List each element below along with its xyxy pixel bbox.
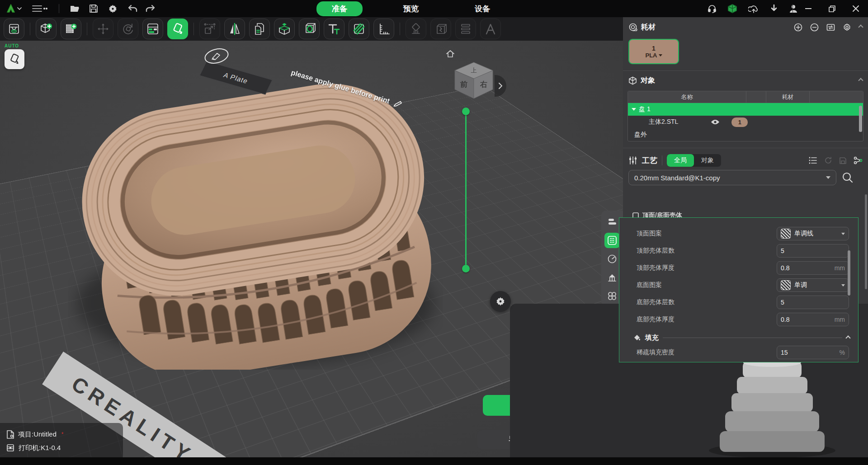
- move-button[interactable]: [93, 19, 113, 39]
- scope-object[interactable]: 对象: [694, 154, 721, 167]
- height-range-slider[interactable]: [461, 108, 470, 275]
- save-preset-icon[interactable]: [839, 157, 847, 164]
- lay-flat-button[interactable]: [167, 19, 188, 39]
- object-row-model[interactable]: 主体2.STL 1: [628, 116, 863, 128]
- plate-settings-button[interactable]: [4, 19, 24, 39]
- scale-button[interactable]: [199, 19, 220, 39]
- auto-arrange-button[interactable]: [142, 19, 163, 39]
- objects-title: 对象: [641, 76, 655, 85]
- tab-preview[interactable]: 预览: [388, 1, 434, 16]
- filament-slot-1[interactable]: 1 PLA: [628, 39, 679, 64]
- add-plate-button[interactable]: [61, 19, 81, 39]
- preset-dropdown[interactable]: 0.20mm Standard@K1-copy: [628, 170, 836, 185]
- close-button[interactable]: [844, 0, 868, 17]
- window-controls: [789, 0, 868, 17]
- reset-icon[interactable]: [824, 156, 832, 164]
- tab-prepare[interactable]: 准备: [316, 1, 363, 16]
- flyout-chevron[interactable]: [495, 75, 506, 97]
- rotate-button[interactable]: [118, 19, 138, 39]
- view-cube[interactable]: 上 前 右: [453, 61, 495, 100]
- mirror-button[interactable]: [224, 19, 245, 39]
- materials-header: 耗材: [623, 17, 868, 37]
- support-headset-icon[interactable]: [708, 4, 717, 13]
- parameter-list-icon[interactable]: [808, 156, 817, 164]
- bottom-pattern-select[interactable]: 单调: [777, 278, 849, 292]
- remove-filament-icon[interactable]: [810, 23, 819, 32]
- logo-chevron-icon[interactable]: [15, 0, 24, 17]
- tab-device[interactable]: 设备: [459, 1, 505, 16]
- mode-tabs: 准备 预览 设备: [316, 0, 505, 17]
- expand-triangle-icon[interactable]: [632, 108, 636, 111]
- search-preset-icon[interactable]: [842, 172, 854, 183]
- model-library-icon[interactable]: [727, 4, 737, 13]
- restore-button[interactable]: [820, 0, 844, 17]
- titlebar-right-icons: [708, 0, 798, 17]
- filament-settings-icon[interactable]: [843, 23, 851, 32]
- minimize-button[interactable]: [797, 0, 820, 17]
- infill-collapse-icon[interactable]: [845, 335, 850, 340]
- quick-settings-button[interactable]: [490, 291, 511, 312]
- model-3d[interactable]: [68, 71, 443, 370]
- line-type-button[interactable]: [604, 214, 620, 230]
- compare-icon[interactable]: [854, 156, 863, 164]
- top-layers-input[interactable]: 5: [777, 244, 849, 258]
- top-thickness-input[interactable]: 0.8 mm: [777, 261, 849, 275]
- undo-icon[interactable]: [124, 0, 141, 17]
- slider-handle-top[interactable]: [462, 108, 470, 115]
- param-row-top-thickness: 顶部壳体厚度 0.8 mm: [637, 261, 849, 275]
- glue-eraser-button[interactable]: [203, 46, 230, 66]
- top-pattern-select[interactable]: 单调线: [777, 227, 849, 240]
- visibility-eye-icon[interactable]: [711, 119, 720, 125]
- params-scrollbar[interactable]: [848, 250, 850, 296]
- layers-button[interactable]: [455, 19, 476, 39]
- main-toolbar: [0, 17, 623, 41]
- measure-button[interactable]: [373, 19, 394, 39]
- bottom-layers-input[interactable]: 5: [777, 296, 849, 309]
- cloud-upload-icon[interactable]: [748, 4, 759, 13]
- modified-marker: *: [61, 431, 64, 437]
- add-filament-icon[interactable]: [794, 23, 802, 32]
- infill-view-button[interactable]: [604, 233, 620, 248]
- settings-gear-icon[interactable]: [104, 0, 121, 17]
- home-view-icon[interactable]: [446, 50, 455, 58]
- slider-handle-bottom[interactable]: [462, 265, 470, 272]
- clipped-group-header: 顶面/底面壳体: [619, 211, 859, 217]
- column-name[interactable]: 名称: [628, 91, 746, 103]
- process-parameters-panel: 顶面/底面壳体 顶面图案 单调线 顶部壳体层数 5 顶部壳体厚度: [619, 211, 859, 362]
- objects-scrollbar[interactable]: [859, 106, 862, 132]
- object-row-plate1[interactable]: 盘 1: [628, 103, 863, 116]
- support-button[interactable]: [406, 19, 426, 39]
- layout-view-button[interactable]: [604, 288, 620, 304]
- auto-orient-button[interactable]: [5, 49, 24, 69]
- save-icon[interactable]: [85, 0, 102, 17]
- auto-orient-widget: AUTO: [5, 43, 24, 69]
- text-button[interactable]: [324, 19, 344, 39]
- open-file-icon[interactable]: [66, 0, 83, 17]
- clone-button[interactable]: [249, 19, 270, 39]
- add-model-button[interactable]: [36, 19, 57, 39]
- object-material-badge[interactable]: 1: [731, 117, 748, 127]
- scope-global[interactable]: 全局: [667, 154, 694, 167]
- menu-icon[interactable]: [30, 0, 51, 17]
- font-button[interactable]: [480, 19, 501, 39]
- sync-filament-icon[interactable]: [826, 23, 835, 31]
- panel-scrollbar[interactable]: [865, 194, 867, 289]
- materials-collapse-icon[interactable]: [858, 24, 863, 29]
- objects-collapse-icon[interactable]: [858, 78, 863, 83]
- object-row-offplate[interactable]: 盘外: [628, 128, 863, 141]
- paint-button[interactable]: [349, 19, 369, 39]
- cut-button[interactable]: [299, 19, 320, 39]
- select-caret-icon: [841, 284, 845, 287]
- auto-label: AUTO: [5, 43, 24, 48]
- download-icon[interactable]: [770, 4, 778, 13]
- redo-icon[interactable]: [142, 0, 159, 17]
- filament-type-caret[interactable]: [659, 54, 662, 56]
- support-view-button[interactable]: [604, 270, 620, 285]
- bottom-thickness-input[interactable]: 0.8 mm: [777, 313, 849, 326]
- split-button[interactable]: [274, 19, 295, 39]
- seam-button[interactable]: [430, 19, 451, 39]
- column-material[interactable]: 耗材: [766, 91, 810, 103]
- speed-view-button[interactable]: [604, 251, 620, 267]
- infill-density-input[interactable]: 15 %: [777, 346, 849, 359]
- column-visibility[interactable]: [746, 91, 766, 103]
